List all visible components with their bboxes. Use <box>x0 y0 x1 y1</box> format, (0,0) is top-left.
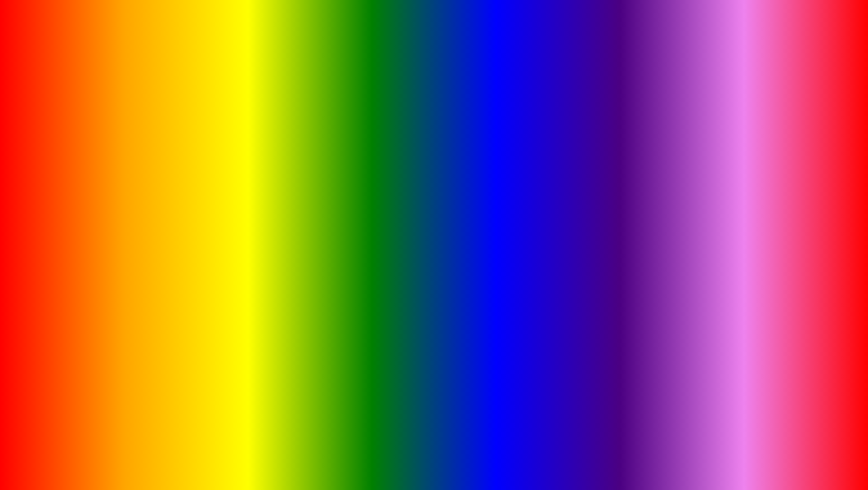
right-time: [Time] : 09:22:04 <box>733 147 774 153</box>
right-panel: 👤 Hirimi HUB SCRIPT UPDATE v.1 [Time] : … <box>571 139 810 286</box>
left-main-content: Main Select Farm Method : Upper ▼ Select… <box>75 169 273 269</box>
start-farm-checkbox[interactable] <box>261 224 269 232</box>
auto-buy-chip-label: Auto Buy Chip Dungeon <box>634 212 692 218</box>
auto-buy-chip-row: H | Auto Buy Chip Dungeon <box>615 208 804 223</box>
sidebar-btn-status[interactable]: 📈Status <box>572 239 610 253</box>
auto-start-dungeon-label: Auto Start Dungeon <box>634 228 681 235</box>
dropdown-arrow-3: ▼ <box>794 195 799 201</box>
left-ping-row: XxArSendxX Hr(s) : 0 Min(s) : 3 Sec(s) :… <box>37 160 273 169</box>
left-sidebar: 🏠Main ⚙Settings 🔫Weapons 🏆Race V4 📊Stats… <box>37 169 75 269</box>
sidebar-btn-teleport[interactable]: 📱Teleport <box>37 253 75 266</box>
select-mode-farm-dropdown[interactable]: Select Mode Farm : Level Farm ▼ <box>80 204 269 218</box>
sidebar-btn-settings[interactable]: ⚙Settings <box>37 185 75 199</box>
auto-click-label: Auto Click (obligatory) <box>99 241 152 248</box>
sidebar-btn-player[interactable]: 👤Player <box>37 239 75 253</box>
select-farm-method-label: Select Farm Method : Upper <box>85 191 152 197</box>
auto-click-checkbox[interactable] <box>261 241 269 249</box>
left-main-section: Main <box>80 178 269 183</box>
logo-fruits: FRUITS <box>773 441 841 463</box>
sidebar-btn-stats[interactable]: 📊Stats <box>37 226 75 239</box>
auto-start-dungeon-row: H | Auto Start Dungeon <box>615 224 804 239</box>
right-divider-top <box>615 187 804 187</box>
right-panel-body: 🌀Teleport 🏰Dungeon 🍎Fruit+Exp 🛒Shop 🔧Mis… <box>572 169 809 285</box>
h-icon-3: H <box>615 210 624 219</box>
left-hub-title: Hirimi HUB <box>60 143 111 151</box>
sidebar-btn-misc[interactable]: 🔧Misc <box>572 226 610 239</box>
left-fps: [FPS] : 26 <box>245 147 269 153</box>
left-script-version: SCRIPT UPDATE v.1 <box>60 151 111 157</box>
select-dungeon-dropdown[interactable]: Select Dungeon : Bird: Phoenix ▼ <box>615 191 804 205</box>
right-ping-row: XxArSendxX Hr(s) : 0 Min(s) : 3 Sec(s) :… <box>572 160 809 169</box>
dropdown-arrow-1: ▼ <box>259 191 264 197</box>
sidebar-btn-dungeon[interactable]: 🏰Dungeon <box>572 185 610 199</box>
right-hours: Hr(s) : 0 Min(s) : 3 Sec(s) : 41 <box>640 162 711 168</box>
select-dungeon-label: Select Dungeon : Bird: Phoenix <box>620 195 695 201</box>
right-username: XxArSendxX <box>577 162 607 168</box>
lights-string <box>4 111 864 120</box>
right-fps: [FPS] : 18 <box>780 147 804 153</box>
sidebar-btn-weapons[interactable]: 🔫Weapons <box>37 199 75 212</box>
auto-buy-chip-checkbox[interactable] <box>796 211 804 219</box>
right-avatar: 👤 <box>577 143 591 157</box>
right-panel-header: 👤 Hirimi HUB SCRIPT UPDATE v.1 [Time] : … <box>572 140 809 160</box>
left-username: XxArSendxX <box>41 162 72 168</box>
left-hours: Hr(s) : 0 Min(s) : 3 Sec(s) : 18 <box>104 162 175 168</box>
left-time: [Time] : 09:21:41 <box>198 147 238 153</box>
left-ping: [Ping] : 100.626 (10%CV) <box>208 162 269 168</box>
sidebar-btn-main[interactable]: 🏠Main <box>37 172 75 185</box>
left-panel: 👤 Hirimi HUB SCRIPT UPDATE v.1 [Time] : … <box>36 139 274 270</box>
right-sidebar: 🌀Teleport 🏰Dungeon 🍎Fruit+Exp 🛒Shop 🔧Mis… <box>572 169 610 285</box>
teleport-lab-btn[interactable]: Teleport to Lab <box>615 261 804 278</box>
h-icon-2: H <box>80 240 89 249</box>
use-dungeon-note: Use in Dungeon Only! <box>615 174 804 183</box>
blox-logo: 💀 BLOX FRUITS <box>773 394 841 463</box>
h-icon-1: H <box>80 223 89 232</box>
auto-start-dungeon-checkbox[interactable] <box>796 227 804 236</box>
bottom-script: SCRIPT <box>378 430 526 477</box>
start-dungeon-btn[interactable]: Start Dungeon <box>615 242 804 258</box>
skull-icon: 💀 <box>773 394 841 420</box>
dropdown-arrow-2: ▼ <box>259 208 264 214</box>
bottom-pastebin: PASTEBIN <box>535 430 737 477</box>
h-icon-4: H <box>615 227 624 236</box>
sidebar-btn-teleport-r[interactable]: 🌀Teleport <box>572 172 610 185</box>
bottom-farm: FARM <box>254 430 369 477</box>
left-avatar: 👤 <box>41 143 56 157</box>
right-main-content: Use in Dungeon Only! Select Dungeon : Bi… <box>610 169 809 285</box>
auto-click-row: H | Auto Click (obligatory) <box>80 237 269 252</box>
start-farm-row: H | Start Farm <box>80 221 269 236</box>
bottom-auto: AUTO <box>131 430 245 477</box>
sidebar-btn-fruit-exp[interactable]: 🍎Fruit+Exp <box>572 199 610 212</box>
left-panel-header: 👤 Hirimi HUB SCRIPT UPDATE v.1 [Time] : … <box>37 140 273 160</box>
main-title: BLOX FRUITS <box>0 13 868 96</box>
sidebar-btn-race[interactable]: 🏆Race V4 <box>37 212 75 226</box>
start-farm-label: Start Farm <box>99 225 125 231</box>
select-farm-method-dropdown[interactable]: Select Farm Method : Upper ▼ <box>80 187 269 201</box>
right-ping: [Ping] : 129.327 (15%CV) <box>743 162 804 168</box>
left-other-section: Other <box>80 256 269 261</box>
logo-blox: BLOX <box>781 420 833 441</box>
sidebar-btn-shop[interactable]: 🛒Shop <box>572 212 610 226</box>
select-mode-farm-label: Select Mode Farm : Level Farm <box>85 208 160 214</box>
right-script-version: SCRIPT UPDATE v.1 <box>595 151 646 157</box>
left-panel-body: 🏠Main ⚙Settings 🔫Weapons 🏆Race V4 📊Stats… <box>37 169 273 269</box>
right-hub-title: Hirimi HUB <box>595 143 646 151</box>
bottom-text: AUTO FARM SCRIPT PASTEBIN <box>0 430 868 477</box>
